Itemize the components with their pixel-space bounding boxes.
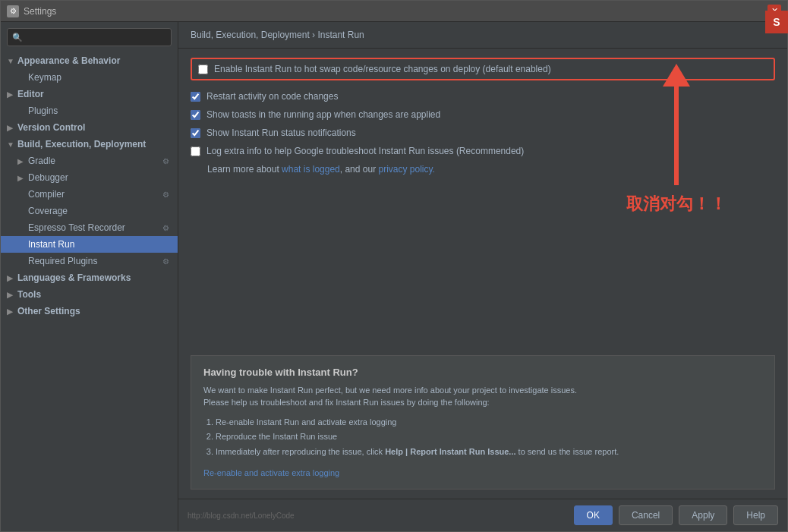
restart-label[interactable]: Restart activity on code changes	[206, 91, 338, 102]
help-button[interactable]: Help	[733, 505, 778, 525]
show-toasts-label[interactable]: Show toasts in the running app when chan…	[206, 109, 440, 120]
trouble-title: Having trouble with Instant Run?	[203, 367, 762, 378]
what-is-logged-link[interactable]: what is logged	[282, 164, 340, 175]
sidebar-item-debugger[interactable]: ▶ Debugger	[1, 169, 178, 186]
search-box[interactable]: 🔍	[7, 28, 172, 46]
sidebar-item-label: Gradle	[28, 156, 55, 166]
sidebar-item-label: Tools	[17, 289, 41, 300]
sidebar-item-editor[interactable]: ▶ Editor	[1, 86, 178, 102]
window-title: Settings	[24, 6, 56, 17]
expand-arrow-icon: ▶	[17, 157, 28, 165]
show-toasts-option: Show toasts in the running app when chan…	[191, 109, 775, 120]
ok-button[interactable]: OK	[574, 505, 613, 525]
sidebar-item-label: Version Control	[17, 122, 85, 133]
settings-icon: ⚙	[159, 190, 172, 199]
trouble-list-item: Immediately after reproducing the issue,…	[216, 445, 762, 460]
settings-window: ⚙ Settings ✕ 🔍 ▼ Appearance & Behavior K…	[0, 0, 788, 532]
learn-more-middle: , and our	[340, 164, 379, 175]
sidebar-item-label: Espresso Test Recorder	[28, 222, 125, 233]
log-extra-checkbox[interactable]	[191, 146, 200, 156]
expand-arrow-icon: ▼	[7, 57, 17, 65]
sidebar-item-compiler[interactable]: Compiler ⚙	[1, 186, 178, 203]
show-status-checkbox[interactable]	[191, 128, 200, 138]
trouble-list-item: Re-enable Instant Run and activate extra…	[216, 415, 762, 430]
settings-icon: ⚙	[159, 257, 172, 266]
sidebar-item-label: Debugger	[28, 172, 68, 183]
enable-instant-run-checkbox[interactable]	[198, 65, 208, 74]
sidebar-item-instant-run[interactable]: Instant Run	[1, 236, 178, 253]
trouble-desc: We want to make Instant Run perfect, but…	[203, 384, 762, 409]
sidebar-item-gradle[interactable]: ▶ Gradle ⚙	[1, 153, 178, 169]
restart-option: Restart activity on code changes	[191, 91, 775, 102]
sidebar-item-label: Editor	[17, 89, 44, 99]
expand-arrow-icon: ▼	[7, 140, 17, 149]
expand-arrow-icon: ▶	[7, 307, 17, 316]
show-status-label[interactable]: Show Instant Run status notifications	[206, 127, 356, 138]
sidebar-item-required-plugins[interactable]: Required Plugins ⚙	[1, 253, 178, 269]
sidebar-item-label: Compiler	[28, 189, 65, 200]
trouble-box: Having trouble with Instant Run? We want…	[191, 355, 775, 490]
title-bar: ⚙ Settings ✕	[1, 1, 787, 22]
nav-tree: ▼ Appearance & Behavior Keymap ▶ Editor …	[1, 52, 178, 531]
enable-instant-run-label[interactable]: Enable Instant Run to hot swap code/reso…	[214, 64, 551, 74]
log-extra-label[interactable]: Log extra info to help Google troublesho…	[206, 146, 524, 156]
breadcrumb: Build, Execution, Deployment › Instant R…	[178, 22, 787, 49]
sidebar-item-coverage[interactable]: Coverage	[1, 203, 178, 219]
sidebar-item-appearance[interactable]: ▼ Appearance & Behavior	[1, 52, 178, 69]
learn-more-prefix: Learn more about	[207, 164, 282, 175]
csdn-logo: S	[765, 11, 788, 33]
sidebar-item-label: Other Settings	[17, 306, 80, 316]
sidebar-item-label: Plugins	[28, 105, 58, 116]
show-status-option: Show Instant Run status notifications	[191, 127, 775, 138]
title-bar-left: ⚙ Settings	[7, 5, 56, 17]
expand-arrow-icon: ▶	[7, 291, 17, 299]
sidebar-item-keymap[interactable]: Keymap	[1, 69, 178, 86]
sidebar-item-build[interactable]: ▼ Build, Execution, Deployment	[1, 136, 178, 153]
expand-arrow-icon: ▶	[7, 274, 17, 282]
expand-arrow-icon: ▶	[7, 124, 17, 132]
settings-icon: ⚙	[159, 156, 172, 165]
sidebar-item-label: Keymap	[28, 72, 61, 83]
watermark: http://blog.csdn.net/LonelyCode	[188, 512, 295, 520]
sidebar-item-label: Coverage	[28, 206, 68, 216]
sidebar-item-tools[interactable]: ▶ Tools	[1, 286, 178, 303]
trouble-list-item: Reproduce the Instant Run issue	[216, 430, 762, 445]
search-icon: 🔍	[12, 33, 23, 42]
sidebar-item-label: Appearance & Behavior	[17, 55, 120, 66]
trouble-list: Re-enable Instant Run and activate extra…	[203, 415, 762, 460]
apply-button[interactable]: Apply	[679, 505, 727, 525]
content-area: Build, Execution, Deployment › Instant R…	[178, 22, 787, 531]
main-content: 🔍 ▼ Appearance & Behavior Keymap ▶ Edito…	[1, 22, 787, 531]
cancel-button[interactable]: Cancel	[619, 505, 673, 525]
main-option-box: Enable Instant Run to hot swap code/reso…	[191, 58, 775, 80]
privacy-policy-link[interactable]: privacy policy.	[378, 164, 434, 175]
sidebar-item-version-control[interactable]: ▶ Version Control	[1, 119, 178, 136]
sidebar-item-languages[interactable]: ▶ Languages & Frameworks	[1, 269, 178, 286]
re-enable-link[interactable]: Re-enable and activate extra logging	[203, 468, 339, 477]
sidebar-item-espresso[interactable]: Espresso Test Recorder ⚙	[1, 219, 178, 236]
settings-window-icon: ⚙	[7, 5, 19, 17]
settings-icon: ⚙	[159, 223, 172, 232]
log-extra-option: Log extra info to help Google troublesho…	[191, 146, 775, 156]
expand-arrow-icon: ▶	[17, 174, 28, 182]
show-toasts-checkbox[interactable]	[191, 110, 200, 120]
sidebar-item-label: Languages & Frameworks	[17, 272, 131, 283]
search-input[interactable]	[26, 32, 166, 42]
sidebar-item-label: Required Plugins	[28, 256, 97, 266]
expand-arrow-icon: ▶	[7, 90, 17, 99]
annotation-text: 取消对勾！！	[626, 193, 727, 216]
sidebar-item-label: Build, Execution, Deployment	[17, 139, 146, 150]
sidebar: 🔍 ▼ Appearance & Behavior Keymap ▶ Edito…	[1, 22, 178, 531]
content-body: Enable Instant Run to hot swap code/reso…	[178, 49, 787, 349]
restart-checkbox[interactable]	[191, 92, 200, 102]
sidebar-item-other-settings[interactable]: ▶ Other Settings	[1, 303, 178, 320]
learn-more-text: Learn more about what is logged, and our…	[207, 164, 775, 175]
sidebar-item-plugins[interactable]: Plugins	[1, 102, 178, 119]
bottom-bar: http://blog.csdn.net/LonelyCode OK Cance…	[178, 499, 787, 531]
annotation-area: 取消对勾！！	[626, 64, 727, 216]
sidebar-item-label: Instant Run	[28, 239, 74, 250]
